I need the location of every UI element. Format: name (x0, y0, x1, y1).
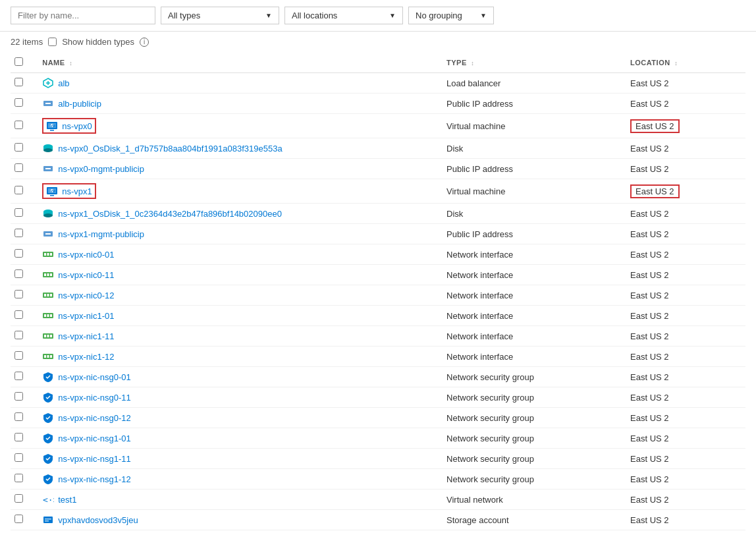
resource-name-link[interactable]: ns-vpx-nic0-12 (58, 291, 114, 300)
resource-name-link[interactable]: ns-vpx-nic-nsg0-12 (58, 413, 131, 423)
location-cell: East US 2 (626, 469, 745, 490)
location-cell: East US 2 (626, 179, 745, 204)
row-checkbox[interactable] (14, 331, 23, 339)
row-checkbox[interactable] (14, 186, 23, 194)
filter-input[interactable] (11, 7, 155, 24)
type-cell: Public IP address (443, 159, 626, 179)
resource-name-link[interactable]: ns-vpx0_OsDisk_1_d7b757b8aa804bf1991a083… (58, 144, 282, 154)
row-checkbox[interactable] (14, 351, 23, 360)
resource-name-link[interactable]: ns-vpx-nic1-11 (58, 331, 114, 341)
name-sort-icon: ↕ (69, 60, 72, 67)
location-cell: East US 2 (626, 224, 745, 244)
row-checkbox[interactable] (14, 494, 23, 503)
resource-name-link[interactable]: ns-vpx-nic-nsg1-12 (58, 474, 131, 484)
name-cell: ns-vpx-nic-nsg0-11 (38, 387, 443, 408)
resource-name-link[interactable]: ns-vpx-nic1-12 (58, 352, 114, 362)
svg-rect-24 (45, 233, 51, 235)
type-cell: Load balancer (443, 73, 626, 94)
resources-table: NAME ↕ TYPE ↕ LOCATION ↕ albLoad balance… (11, 52, 745, 530)
resource-name-link[interactable]: alb (58, 78, 69, 88)
icon-nic (42, 330, 54, 342)
row-checkbox[interactable] (14, 515, 23, 523)
items-count: 22 items (11, 37, 43, 47)
resource-name-link[interactable]: ns-vpx-nic0-01 (58, 250, 114, 260)
resource-name-link[interactable]: ns-vpx-nic-nsg0-11 (58, 393, 131, 403)
row-checkbox[interactable] (14, 208, 23, 217)
resource-name-link[interactable]: ns-vpx0 (62, 121, 92, 131)
table-row: ns-vpx1-mgmt-publicipPublic IP addressEa… (11, 224, 745, 244)
header-name[interactable]: NAME ↕ (38, 52, 443, 73)
type-cell: Storage account (443, 510, 626, 530)
row-checkbox[interactable] (14, 372, 23, 380)
resource-name-link[interactable]: ns-vpx0-mgmt-publicip (58, 164, 144, 174)
icon-nic (42, 310, 54, 322)
table-row: ns-vpx-nic1-01Network interfaceEast US 2 (11, 306, 745, 326)
row-checkbox[interactable] (14, 474, 23, 482)
resource-name-link[interactable]: ns-vpx-nic-nsg1-01 (58, 434, 131, 443)
location-cell: East US 2 (626, 138, 745, 159)
row-checkbox[interactable] (14, 310, 23, 319)
name-cell: ns-vpx-nic0-12 (38, 285, 443, 306)
row-checkbox[interactable] (14, 249, 23, 258)
row-checkbox[interactable] (14, 412, 23, 421)
resource-name-link[interactable]: alb-publicip (58, 99, 101, 109)
svg-rect-47 (47, 355, 49, 358)
svg-rect-14 (45, 168, 51, 169)
icon-pip (42, 228, 54, 240)
location-cell: East US 2 (626, 367, 745, 387)
row-checkbox[interactable] (14, 143, 23, 152)
header-type[interactable]: TYPE ↕ (443, 52, 626, 73)
icon-pip (42, 163, 54, 175)
row-checkbox[interactable] (14, 290, 23, 298)
icon-vnet: <·> (42, 493, 54, 505)
svg-rect-40 (50, 314, 52, 317)
resource-name-link[interactable]: ns-vpx-nic-nsg0-01 (58, 372, 131, 382)
table-row: ns-vpx-nic1-12Network interfaceEast US 2 (11, 347, 745, 367)
show-hidden-checkbox[interactable] (48, 38, 57, 46)
resource-name-link[interactable]: ns-vpx1 (62, 186, 92, 196)
table-row: ns-vpx-nic-nsg1-12Network security group… (11, 469, 745, 490)
icon-vm: VM (46, 185, 58, 197)
row-checkbox[interactable] (14, 229, 23, 237)
svg-text:VM: VM (51, 124, 56, 128)
row-checkbox[interactable] (14, 392, 23, 401)
svg-rect-30 (44, 273, 46, 276)
type-cell: Network security group (443, 449, 626, 469)
table-row: <·>test1Virtual networkEast US 2 (11, 490, 745, 510)
name-cell: ns-vpx-nic0-01 (38, 244, 443, 265)
type-cell: Network security group (443, 408, 626, 428)
table-row: ns-vpx-nic-nsg0-01Network security group… (11, 367, 745, 387)
row-checkbox[interactable] (14, 163, 23, 172)
resource-name-link[interactable]: ns-vpx-nic0-11 (58, 270, 114, 280)
svg-text:VM: VM (51, 189, 56, 193)
resource-name-link[interactable]: ns-vpx1-mgmt-publicip (58, 229, 144, 239)
resource-name-link[interactable]: ns-vpx-nic1-01 (58, 311, 114, 321)
select-all-checkbox[interactable] (14, 57, 23, 66)
location-cell: East US 2 (626, 114, 745, 138)
icon-nsg (42, 432, 54, 444)
resources-table-container: NAME ↕ TYPE ↕ LOCATION ↕ albLoad balance… (0, 52, 756, 530)
row-checkbox[interactable] (14, 269, 23, 278)
row-checkbox[interactable] (14, 453, 23, 462)
location-cell: East US 2 (626, 347, 745, 367)
resource-name-link[interactable]: ns-vpx1_OsDisk_1_0c2364d43e2b47fa896bf14… (58, 209, 282, 219)
row-checkbox[interactable] (14, 433, 23, 441)
row-checkbox[interactable] (14, 98, 23, 107)
header-location[interactable]: LOCATION ↕ (626, 52, 745, 73)
type-cell: Disk (443, 138, 626, 159)
resource-name-link[interactable]: vpxhavdosvod3v5jeu (58, 515, 138, 525)
name-cell: ns-vpx-nic-nsg0-01 (38, 367, 443, 387)
types-dropdown[interactable]: All types ▼ (161, 7, 279, 24)
svg-rect-26 (44, 253, 46, 256)
resource-name-link[interactable]: test1 (58, 495, 76, 505)
locations-dropdown[interactable]: All locations ▼ (284, 7, 403, 24)
resource-name-link[interactable]: ns-vpx-nic-nsg1-11 (58, 454, 131, 464)
row-checkbox[interactable] (14, 78, 23, 86)
row-checkbox[interactable] (14, 121, 23, 129)
location-cell: East US 2 (626, 428, 745, 449)
table-row: ns-vpx-nic1-11Network interfaceEast US 2 (11, 326, 745, 347)
icon-disk (42, 142, 54, 154)
grouping-dropdown[interactable]: No grouping ▼ (408, 7, 494, 24)
location-cell: East US 2 (626, 159, 745, 179)
location-cell: East US 2 (626, 408, 745, 428)
